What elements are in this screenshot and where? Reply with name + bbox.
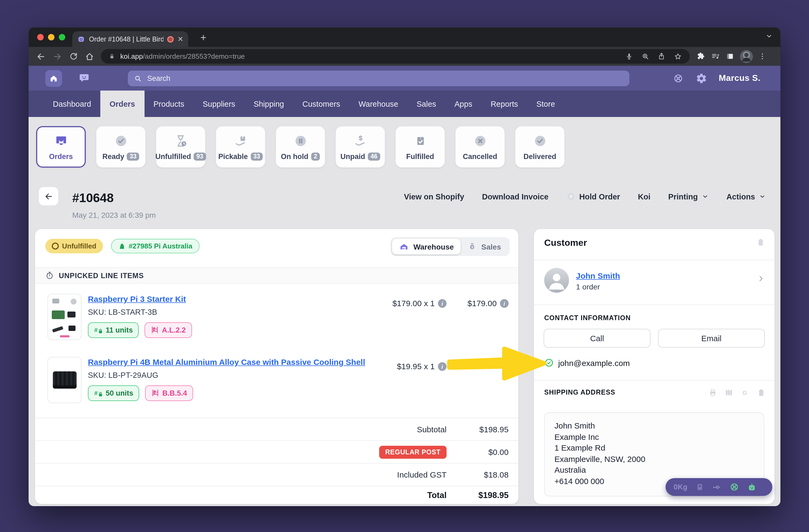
product-image[interactable] (48, 294, 82, 340)
view-on-shopify-button[interactable]: View on Shopify (404, 192, 464, 201)
zoom-in-icon[interactable] (641, 52, 649, 60)
user-name[interactable]: Marcus S. (719, 73, 760, 83)
subtotal-row: Subtotal $198.95 (35, 418, 518, 440)
bookmark-star-icon[interactable] (674, 52, 682, 60)
browser-tab[interactable]: Order #10648 | Little Bird E ✕ (72, 31, 188, 47)
url-text[interactable]: koi.app/admin/orders/28553?demo=true (120, 52, 620, 60)
scale-status-bar: 0Kg (666, 478, 772, 496)
address-bar[interactable]: koi.app/admin/orders/28553?demo=true (101, 49, 690, 64)
filter-orders[interactable]: Orders (36, 126, 86, 167)
filter-on-hold[interactable]: On hold2 (276, 126, 325, 167)
customer-avatar[interactable] (544, 268, 569, 293)
nav-item-dashboard[interactable]: Dashboard (44, 91, 100, 117)
tab-close-icon[interactable]: ✕ (177, 36, 183, 42)
google-g-icon[interactable]: G (740, 388, 750, 397)
browser-profile-avatar[interactable] (740, 50, 753, 63)
email-button[interactable]: Email (658, 329, 765, 348)
nav-item-orders[interactable]: Orders (100, 91, 144, 117)
product-link[interactable]: Raspberry Pi 3 Starter Kit (88, 294, 186, 303)
call-button[interactable]: Call (544, 329, 651, 348)
reload-icon[interactable] (66, 49, 80, 63)
app-home-button[interactable] (45, 70, 62, 87)
unit-price: $179.00 x 1 (392, 299, 435, 308)
filter-count-badge: 2 (311, 152, 320, 160)
koi-button[interactable]: Koi (638, 192, 651, 201)
forward-icon[interactable] (50, 49, 64, 63)
new-tab-button[interactable]: + (196, 31, 211, 45)
playlist-icon[interactable] (711, 52, 720, 61)
minimize-window-button[interactable] (48, 34, 54, 40)
actions-dropdown[interactable]: Actions (726, 192, 766, 201)
filter-delivered[interactable]: Delivered (515, 126, 565, 167)
location-badge[interactable]: A.L.2.2 (145, 322, 192, 338)
nav-item-sales[interactable]: Sales (408, 91, 446, 117)
svg-text:#: # (94, 389, 98, 396)
extensions-puzzle-icon[interactable] (696, 52, 705, 61)
product-image[interactable] (48, 357, 82, 403)
toggle-warehouse[interactable]: Warehouse (392, 239, 461, 254)
filter-count-badge: 46 (368, 152, 380, 160)
toggle-sales[interactable]: $ Sales (461, 239, 508, 254)
units-badge[interactable]: # 11 units (88, 322, 139, 338)
help-wheel-icon[interactable] (672, 72, 684, 84)
search-input[interactable] (146, 74, 623, 83)
shopify-order-badge[interactable]: #27985 Pi Australia (111, 239, 199, 253)
robot-icon[interactable] (747, 482, 756, 492)
filter-cancelled[interactable]: Cancelled (455, 126, 505, 167)
nav-item-customers[interactable]: Customers (293, 91, 349, 117)
filter-unpaid[interactable]: $ Unpaid46 (335, 126, 385, 167)
price-info-icon[interactable]: i (500, 299, 509, 307)
chevron-right-icon[interactable] (757, 274, 765, 283)
home-icon[interactable] (83, 49, 97, 63)
units-badge[interactable]: # 50 units (88, 385, 139, 401)
browser-window: Order #10648 | Little Bird E ✕ + koi.app… (29, 28, 780, 506)
printer-icon[interactable] (708, 388, 717, 397)
customer-email[interactable]: john@example.com (558, 358, 630, 367)
hold-order-button[interactable]: Hold Order (566, 192, 620, 201)
app-search[interactable] (128, 70, 630, 86)
tab-search-chevron-icon[interactable] (765, 32, 773, 40)
shopify-bag-icon (118, 242, 125, 250)
microphone-icon[interactable] (625, 52, 633, 60)
scale-icon[interactable] (695, 482, 704, 492)
filter-label: Ready (102, 152, 124, 160)
product-link[interactable]: Raspberry Pi 4B Metal Aluminium Alloy Ca… (88, 357, 365, 367)
filter-unfulfilled[interactable]: Unfulfilled93 (156, 126, 206, 167)
chat-bubble-icon[interactable] (78, 72, 90, 84)
kebab-menu-icon[interactable] (758, 52, 767, 60)
nav-item-suppliers[interactable]: Suppliers (193, 91, 244, 117)
price-info-icon[interactable]: i (438, 299, 447, 307)
window-controls[interactable] (37, 34, 65, 40)
close-window-button[interactable] (37, 34, 44, 40)
share-icon[interactable] (657, 52, 666, 60)
customer-name-link[interactable]: John Smith (576, 271, 620, 280)
usb-icon[interactable] (712, 482, 721, 492)
nav-item-reports[interactable]: Reports (481, 91, 527, 117)
side-panel-icon[interactable] (725, 52, 735, 61)
line-total: $179.00 (468, 299, 497, 308)
clipboard-icon[interactable] (756, 238, 765, 247)
lock-icon (108, 53, 116, 60)
location-badge[interactable]: B.B.5.4 (145, 385, 193, 401)
zoom-window-button[interactable] (59, 34, 65, 40)
nav-item-warehouse[interactable]: Warehouse (349, 91, 407, 117)
filter-label: Delivered (523, 152, 556, 160)
back-button[interactable] (38, 187, 59, 206)
nav-item-shipping[interactable]: Shipping (244, 91, 293, 117)
filter-ready[interactable]: Ready33 (96, 126, 145, 167)
clipboard-icon[interactable] (757, 388, 766, 397)
printing-dropdown[interactable]: Printing (668, 192, 709, 201)
address-line: Exampleville, NSW, 2000 (554, 454, 754, 465)
back-arrow-icon (44, 192, 53, 201)
map-icon[interactable] (724, 388, 734, 397)
nav-item-apps[interactable]: Apps (445, 91, 481, 117)
filter-fulfilled[interactable]: Fulfilled (395, 126, 445, 167)
koi-wheel-icon[interactable] (729, 482, 739, 492)
back-icon[interactable] (34, 49, 48, 63)
gear-icon[interactable] (695, 72, 707, 84)
nav-item-store[interactable]: Store (527, 91, 564, 117)
filter-pickable[interactable]: Pickable33 (216, 126, 265, 167)
download-invoice-button[interactable]: Download Invoice (482, 192, 549, 201)
svg-text:$: $ (472, 245, 474, 249)
nav-item-products[interactable]: Products (144, 91, 193, 117)
